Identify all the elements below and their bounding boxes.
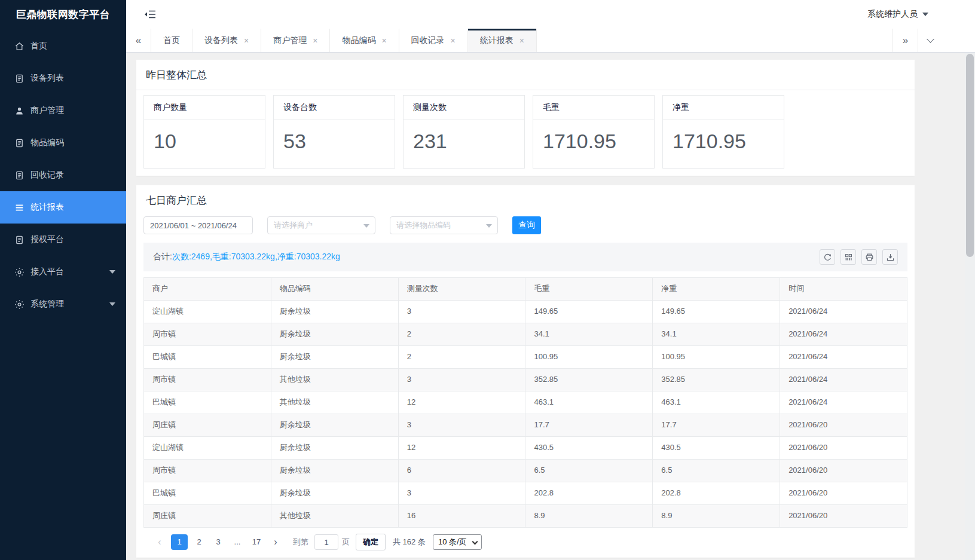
- tab-device-list[interactable]: 设备列表 ×: [192, 29, 261, 52]
- table-cell: 463.1: [525, 391, 653, 414]
- tabs-menu-icon[interactable]: [918, 29, 943, 52]
- table-cell: 8.9: [525, 505, 653, 527]
- table-row: 周市镇其他垃圾3352.85352.852021/06/24: [144, 368, 907, 391]
- table-row: 周庄镇厨余垃圾317.717.72021/06/20: [144, 414, 907, 436]
- totals-summary: 合计:次数:2469,毛重:70303.22kg,净重:70303.22kg: [153, 252, 340, 262]
- page-number-3[interactable]: 3: [210, 534, 226, 550]
- table-cell: 厨余垃圾: [271, 414, 399, 436]
- table-header-row: 商户 物品编码 测量次数 毛重 净重 时间: [144, 278, 907, 300]
- document-icon: [14, 138, 25, 148]
- tabs-scroll-left-icon[interactable]: «: [126, 29, 151, 52]
- table-cell: 巴城镇: [144, 346, 271, 368]
- table-cell: 100.95: [525, 346, 653, 368]
- date-range-input[interactable]: [143, 216, 253, 234]
- goto-page-label: 到第: [293, 537, 308, 547]
- close-icon[interactable]: ×: [451, 36, 456, 45]
- page-number-2[interactable]: 2: [191, 534, 207, 550]
- sidebar-item-device-list[interactable]: 设备列表: [0, 62, 126, 94]
- query-button[interactable]: 查询: [512, 216, 541, 234]
- document-icon: [14, 74, 25, 84]
- tab-statistics-active[interactable]: 统计报表 ×: [468, 29, 537, 52]
- sidebar-item-recycle-records[interactable]: 回收记录: [0, 159, 126, 191]
- goto-page-input[interactable]: [314, 534, 338, 550]
- table-cell: 2021/06/24: [780, 369, 907, 391]
- table-cell: 2021/06/20: [780, 437, 907, 459]
- page-size-select[interactable]: 10 条/页: [433, 534, 482, 550]
- table-cell: 12: [399, 391, 526, 414]
- close-icon[interactable]: ×: [313, 36, 317, 45]
- sidebar: 巨鼎物联网数字平台 首页 设备列表 商户管理 物品编码: [0, 0, 126, 560]
- sidebar-item-label: 物品编码: [30, 137, 64, 148]
- tab-label: 首页: [163, 35, 180, 46]
- scrollbar-thumb[interactable]: [966, 54, 974, 257]
- table-cell: 2021/06/20: [780, 505, 907, 527]
- table-cell: 6.5: [525, 460, 653, 482]
- tabbar-spacer: [537, 29, 893, 52]
- stat-value: 1710.95: [663, 120, 784, 153]
- tab-label: 物品编码: [342, 35, 375, 46]
- stat-card-gross-weight: 毛重 1710.95: [533, 95, 655, 169]
- table-cell: 3: [399, 414, 526, 436]
- table-cell: 34.1: [525, 323, 653, 345]
- item-code-select-placeholder: 请选择物品编码: [396, 220, 451, 231]
- close-icon[interactable]: ×: [381, 36, 386, 45]
- tab-merchants[interactable]: 商户管理 ×: [261, 29, 330, 52]
- tabs-scroll-right-icon[interactable]: »: [893, 29, 918, 52]
- table-cell: 周市镇: [144, 323, 271, 345]
- print-icon[interactable]: [861, 249, 877, 265]
- tab-item-codes[interactable]: 物品编码 ×: [330, 29, 399, 52]
- table-cell: 巴城镇: [144, 482, 271, 504]
- table-cell: 2021/06/20: [780, 482, 907, 504]
- stat-value: 1710.95: [533, 120, 654, 153]
- goto-confirm-button[interactable]: 确定: [356, 534, 386, 550]
- table-cell: 2021/06/20: [780, 414, 907, 436]
- total-count-label: 共 162 条: [393, 537, 426, 547]
- report-table: 商户 物品编码 测量次数 毛重 净重 时间 淀山湖镇厨余垃圾3149.65149…: [143, 277, 907, 528]
- table-cell: 2021/06/24: [780, 301, 907, 323]
- sidebar-item-item-codes[interactable]: 物品编码: [0, 127, 126, 159]
- close-icon[interactable]: ×: [519, 36, 524, 45]
- sidebar-item-merchants[interactable]: 商户管理: [0, 94, 126, 127]
- table-cell: 430.5: [525, 437, 653, 459]
- tabbar-end-pad: [943, 29, 975, 52]
- export-icon[interactable]: [882, 249, 898, 265]
- menu-lines-icon: [14, 203, 25, 213]
- sidebar-item-statistics-active[interactable]: 统计报表: [0, 191, 126, 224]
- vertical-scrollbar[interactable]: [965, 53, 975, 560]
- page-number-17[interactable]: 17: [249, 534, 264, 550]
- page-size-value: 10 条/页: [438, 537, 467, 547]
- page-number-1-active[interactable]: 1: [171, 534, 188, 550]
- tab-label: 设备列表: [204, 35, 238, 46]
- chevron-down-icon: [922, 13, 928, 16]
- table-cell: 周市镇: [144, 460, 271, 482]
- table-cell: 34.1: [653, 323, 780, 345]
- tab-recycle-records[interactable]: 回收记录 ×: [399, 29, 468, 52]
- item-code-select[interactable]: 请选择物品编码: [390, 216, 498, 234]
- tab-home[interactable]: 首页: [151, 29, 192, 52]
- sidebar-item-access-platform[interactable]: 接入平台: [0, 256, 126, 288]
- custom-columns-icon[interactable]: [840, 249, 856, 265]
- column-header-merchant: 商户: [144, 278, 271, 300]
- user-menu[interactable]: 系统维护人员: [867, 9, 928, 20]
- sidebar-collapse-icon[interactable]: [144, 10, 156, 19]
- home-icon: [14, 41, 25, 51]
- refresh-icon[interactable]: [820, 249, 835, 265]
- table-cell: 352.85: [525, 369, 653, 391]
- toolbar-buttons: [814, 249, 898, 265]
- table-cell: 202.8: [525, 482, 653, 504]
- sidebar-item-system-management[interactable]: 系统管理: [0, 288, 126, 320]
- sidebar-item-authorized-platform[interactable]: 授权平台: [0, 224, 126, 256]
- prev-page-icon[interactable]: ‹: [152, 534, 167, 550]
- table-cell: 3: [399, 482, 526, 504]
- tab-label: 统计报表: [480, 35, 514, 46]
- merchant-select-placeholder: 请选择商户: [274, 220, 313, 231]
- chevron-down-icon: [109, 302, 115, 306]
- table-row: 周市镇厨余垃圾66.56.52021/06/20: [144, 459, 907, 482]
- next-page-icon[interactable]: ›: [268, 534, 283, 550]
- sidebar-item-home[interactable]: 首页: [0, 30, 126, 62]
- merchant-select[interactable]: 请选择商户: [267, 216, 375, 234]
- tab-label: 回收记录: [411, 35, 445, 46]
- close-icon[interactable]: ×: [244, 36, 249, 45]
- table-body: 淀山湖镇厨余垃圾3149.65149.652021/06/24周市镇厨余垃圾23…: [144, 300, 907, 527]
- column-header-net-weight: 净重: [653, 278, 780, 300]
